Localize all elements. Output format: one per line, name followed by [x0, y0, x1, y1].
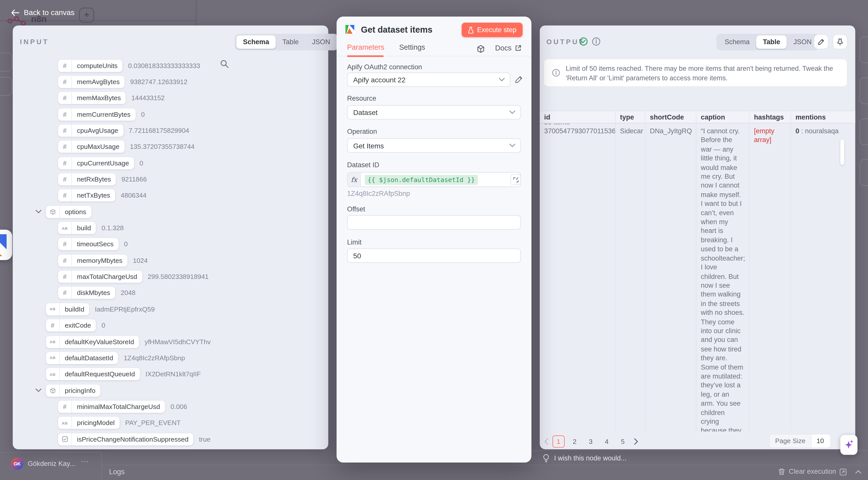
schema-row[interactable]: #netRxBytes9211866 [13, 171, 328, 188]
docs-link[interactable]: Docs [495, 44, 521, 52]
schema-key-pill[interactable]: #cpuCurrentUsage [58, 157, 134, 169]
schema-row[interactable]: #maxTotalChargeUsd299.5802338918941 [13, 268, 328, 285]
schema-key-pill[interactable]: #memAvgBytes [58, 76, 125, 88]
resource-select[interactable]: Dataset [347, 105, 521, 120]
back-to-canvas-button[interactable]: Back to canvas [11, 8, 74, 17]
avatar[interactable]: GK [11, 458, 23, 470]
schema-row[interactable]: isPriceChangeNotificationSuppressedtrue [13, 431, 328, 447]
schema-key-pill[interactable]: #exitCode [46, 319, 96, 331]
schema-row[interactable]: ABpricingModelPAY_PER_EVENT [13, 415, 328, 431]
expression-value[interactable]: {{ $json.defaultDatasetId }} [365, 174, 477, 185]
input-tab-schema[interactable]: Schema [236, 35, 276, 49]
prev-page-icon[interactable] [544, 438, 549, 445]
column-header-id[interactable]: id [540, 111, 616, 124]
user-menu-button[interactable]: ⋯ [81, 457, 89, 466]
schema-row[interactable]: #minimalMaxTotalChargeUsd0.006 [13, 398, 328, 415]
schema-row[interactable]: ABbuild0.1.328 [13, 220, 328, 236]
schema-row[interactable]: #memMaxBytes144433152 [13, 90, 328, 106]
schema-row[interactable]: ABdefaultKeyValueStoreIdyfHMawVI5dhCVYTh… [13, 333, 328, 350]
add-node-button[interactable]: + [79, 8, 94, 23]
schema-row[interactable]: #computeUnits0.030818333333333333 [13, 58, 328, 74]
schema-row[interactable]: ABbuildIdIadmEPRtjEpfrxQ59 [13, 301, 328, 317]
tab-settings[interactable]: Settings [399, 43, 425, 52]
schema-row[interactable]: #memoryMbytes1024 [13, 252, 328, 268]
schema-key-pill[interactable]: #cpuAvgUsage [58, 125, 123, 136]
schema-row[interactable]: #cpuAvgUsage7.721168175829904 [13, 123, 328, 139]
credential-select[interactable]: Apify account 22 [347, 72, 510, 87]
schema-key-pill[interactable]: #memMaxBytes [58, 92, 126, 104]
input-tab-table[interactable]: Table [276, 35, 305, 49]
page-button-5[interactable]: 5 [617, 436, 629, 448]
schema-key-pill[interactable]: #memoryMbytes [58, 254, 127, 266]
schema-row[interactable]: #cpuMaxUsage135.37207355738744 [13, 139, 328, 155]
pin-output-button[interactable] [833, 34, 848, 50]
collapse-logs-icon[interactable] [855, 470, 861, 474]
schema-key-pill[interactable]: ABdefaultRequestQueueId [46, 368, 140, 380]
page-button-2[interactable]: 2 [569, 436, 581, 448]
schema-key-pill[interactable]: #computeUnits [58, 60, 122, 71]
schema-key-pill[interactable]: #netTxBytes [58, 190, 115, 201]
clear-execution-button[interactable]: Clear execution [778, 468, 836, 475]
schema-key-pill[interactable]: isPriceChangeNotificationSuppressed [58, 433, 193, 445]
schema-row[interactable]: #exitCode0 [13, 317, 328, 333]
info-circle-icon[interactable] [592, 37, 600, 46]
schema-key-pill[interactable]: ABbuild [58, 222, 96, 234]
page-size-value[interactable]: 10 [811, 434, 830, 448]
tab-parameters[interactable]: Parameters [347, 43, 384, 52]
chevron-down-icon[interactable] [34, 210, 42, 214]
output-tab-schema[interactable]: Schema [718, 35, 756, 49]
schema-row[interactable]: #timeoutSecs0 [13, 236, 328, 253]
page-button-1[interactable]: 1 [553, 436, 565, 448]
schema-key-pill[interactable]: #maxTotalChargeUsd [58, 270, 142, 283]
schema-row[interactable]: ABcreatedAt2025-09-26T15:22:54.6587 [13, 447, 328, 449]
schema-row[interactable]: options [13, 203, 328, 220]
schema-key-pill[interactable]: #minimalMaxTotalChargeUsd [58, 401, 165, 413]
wish-input[interactable]: I wish this node would... [542, 454, 626, 462]
schema-value: 135.37207355738744 [130, 143, 194, 151]
schema-key-pill[interactable]: #diskMbytes [58, 287, 115, 299]
column-header-shortCode[interactable]: shortCode [646, 111, 696, 124]
schema-key-pill[interactable]: ABdefaultKeyValueStoreId [46, 335, 139, 348]
edit-output-button[interactable] [814, 34, 829, 50]
schema-row[interactable]: #cpuCurrentUsage0 [13, 155, 328, 171]
column-header-type[interactable]: type [616, 111, 646, 124]
offset-input[interactable] [347, 215, 521, 229]
table-scrollbar[interactable] [840, 139, 844, 165]
schema-key-pill[interactable]: ABdefaultDatasetId [46, 352, 118, 364]
schema-row[interactable]: ABdefaultRequestQueueIdIX2DetRN1klt7qIIF [13, 366, 328, 382]
open-expression-editor-button[interactable] [510, 174, 521, 185]
schema-row[interactable]: #netTxBytes4806344 [13, 188, 328, 204]
schema-key-pill[interactable]: #timeoutSecs [58, 238, 118, 250]
page-button-4[interactable]: 4 [600, 436, 613, 448]
column-header-mentions[interactable]: mentions [791, 111, 856, 124]
page-size-control[interactable]: Page Size 10 [769, 434, 831, 448]
page-button-3[interactable]: 3 [585, 436, 597, 448]
logs-label[interactable]: Logs [109, 468, 125, 476]
schema-key-pill[interactable]: ABbuildId [46, 303, 89, 315]
execute-step-button[interactable]: Execute step [462, 23, 523, 37]
schema-key-pill[interactable]: pricingInfo [46, 384, 100, 396]
schema-row[interactable]: #memCurrentBytes0 [13, 106, 328, 123]
open-panel-icon[interactable] [839, 468, 847, 476]
ai-assistant-button[interactable] [840, 435, 858, 455]
schema-row[interactable]: pricingInfo [13, 382, 328, 399]
next-page-icon[interactable] [634, 438, 639, 445]
edit-credential-icon[interactable] [515, 75, 523, 84]
operation-select[interactable]: Get Items [347, 138, 521, 153]
schema-row[interactable]: #diskMbytes2048 [13, 285, 328, 301]
schema-key-pill[interactable]: options [46, 205, 91, 218]
column-header-caption[interactable]: caption [696, 111, 750, 124]
limit-input[interactable] [347, 249, 521, 263]
output-tab-table[interactable]: Table [756, 35, 787, 49]
schema-key-pill[interactable]: #cpuMaxUsage [58, 141, 124, 153]
cube-icon[interactable] [477, 45, 485, 53]
schema-key-pill[interactable]: #memCurrentBytes [58, 108, 135, 120]
schema-key-pill[interactable]: ABpricingModel [58, 417, 120, 429]
schema-key-pill[interactable]: #netRxBytes [58, 173, 116, 185]
input-tab-json[interactable]: JSON [305, 35, 337, 49]
schema-row[interactable]: #memAvgBytes9382747.12633912 [13, 74, 328, 90]
dataset-id-expression-field[interactable]: fx {{ $json.defaultDatasetId }} [347, 172, 521, 187]
column-header-hashtags[interactable]: hashtags [749, 111, 791, 124]
schema-row[interactable]: ABdefaultDatasetId1Z4q8Ic2zRAfpSbnp [13, 350, 328, 366]
chevron-down-icon[interactable] [34, 388, 42, 392]
